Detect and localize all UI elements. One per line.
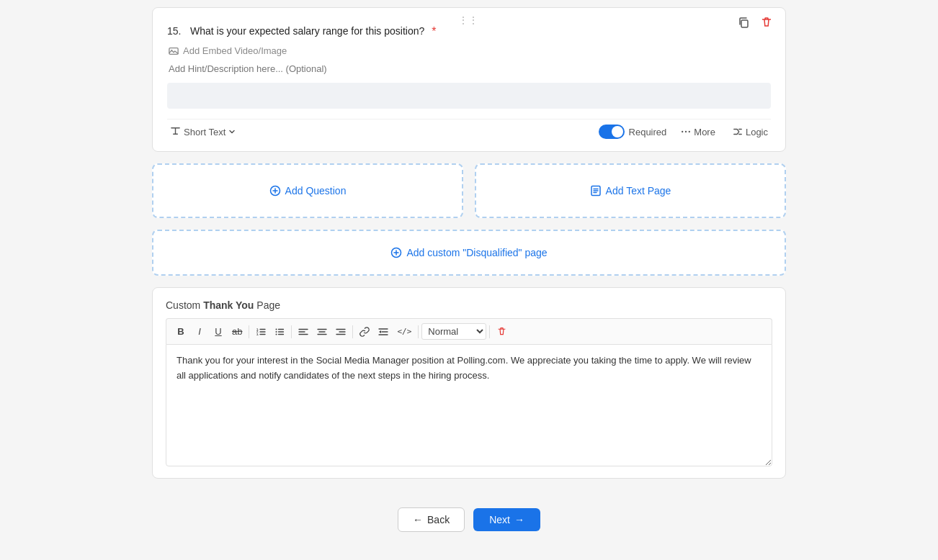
thank-you-title: Custom Thank You Page [166, 299, 772, 311]
toggle-wrapper: Required [599, 125, 667, 139]
thank-you-section: Custom Thank You Page B I U ab 1. 2. 3. [152, 287, 786, 479]
underline-button[interactable]: U [210, 324, 227, 339]
drag-handle[interactable]: ⋮⋮ [459, 15, 479, 25]
text-page-icon [590, 185, 602, 197]
add-text-page-card[interactable]: Add Text Page [475, 163, 786, 218]
next-button[interactable]: Next → [473, 508, 540, 531]
chevron-down-icon [228, 128, 236, 135]
required-star: * [432, 25, 436, 38]
embed-label[interactable]: Add Embed Video/Image [183, 45, 287, 56]
align-center-button[interactable] [313, 325, 331, 339]
question-number: 15. [167, 25, 186, 37]
svg-point-4 [685, 131, 687, 132]
add-row: Add Question Add Text Page [152, 163, 786, 218]
field-type-label: Short Text [184, 127, 225, 137]
svg-text:3.: 3. [256, 332, 259, 335]
toolbar-divider-3 [352, 325, 353, 338]
embed-icon [169, 46, 179, 56]
indent-button[interactable] [375, 325, 392, 339]
answer-input-bar [167, 83, 771, 109]
question-header: 15. What is your expected salary range f… [167, 25, 771, 38]
logic-icon [733, 127, 743, 137]
svg-rect-0 [741, 20, 748, 27]
link-button[interactable] [356, 325, 373, 339]
add-text-page-text: Add Text Page [606, 185, 671, 197]
bottom-nav: ← Back Next → [398, 507, 540, 532]
more-button[interactable]: More [678, 125, 718, 139]
thank-you-suffix: Page [254, 299, 280, 311]
disqualified-text: Add custom "Disqualified" page [406, 247, 547, 258]
field-type-selector[interactable]: Short Text [167, 124, 238, 140]
editor-body[interactable]: Thank you for your interest in the Socia… [166, 344, 772, 466]
disqualified-label: Add custom "Disqualified" page [390, 247, 547, 258]
trash-icon [761, 17, 772, 28]
align-right-icon [336, 327, 346, 337]
format-select[interactable]: Normal Heading 1 Heading 2 Heading 3 [421, 323, 486, 340]
main-content: ⋮⋮ 15. What is your expected salary rang… [152, 7, 786, 493]
toolbar-divider-1 [249, 325, 249, 338]
delete-button[interactable] [758, 15, 775, 30]
thank-you-prefix: Custom [166, 299, 203, 311]
ordered-list-icon: 1. 2. 3. [256, 327, 266, 337]
editor-delete-button[interactable] [493, 325, 510, 338]
toolbar-divider-5 [489, 325, 490, 338]
embed-row: Add Embed Video/Image [169, 45, 771, 56]
align-right-button[interactable] [332, 325, 349, 339]
back-arrow-icon: ← [413, 514, 423, 525]
unordered-list-icon [274, 327, 285, 337]
footer-right: Required More Logic [599, 125, 771, 139]
next-arrow-icon: → [514, 514, 524, 525]
disqualified-card[interactable]: Add custom "Disqualified" page [152, 230, 786, 276]
svg-point-3 [682, 131, 683, 132]
indent-icon [378, 327, 388, 337]
card-footer: Short Text Required More [167, 119, 771, 140]
svg-point-13 [276, 331, 277, 333]
editor-toolbar: B I U ab 1. 2. 3. [166, 318, 772, 344]
add-question-text: Add Question [285, 185, 347, 197]
trash-editor-icon [497, 327, 506, 336]
more-dots-icon [681, 127, 691, 137]
toggle-slider [599, 125, 625, 139]
logic-label: Logic [746, 127, 768, 137]
unordered-list-button[interactable] [271, 325, 288, 339]
italic-button[interactable]: I [191, 324, 208, 339]
disqualified-row: Add custom "Disqualified" page [152, 230, 786, 276]
add-text-page-label: Add Text Page [590, 185, 671, 197]
svg-point-12 [276, 328, 277, 330]
strikethrough-button[interactable]: ab [228, 324, 246, 339]
more-label: More [694, 127, 715, 137]
link-icon [359, 327, 370, 337]
question-card: ⋮⋮ 15. What is your expected salary rang… [152, 7, 786, 152]
align-left-button[interactable] [295, 325, 312, 339]
svg-point-14 [276, 333, 277, 335]
plus-circle-disqualified-icon [390, 247, 402, 258]
next-label: Next [489, 514, 510, 525]
add-question-card[interactable]: Add Question [152, 163, 463, 218]
bold-button[interactable]: B [172, 324, 189, 339]
copy-icon [738, 17, 749, 28]
back-label: Back [427, 514, 450, 525]
back-button[interactable]: ← Back [398, 507, 465, 532]
code-button[interactable]: </> [393, 325, 415, 338]
align-left-icon [298, 327, 308, 337]
toolbar-divider-2 [291, 325, 292, 338]
hint-input[interactable] [167, 63, 771, 74]
card-actions-top [735, 15, 775, 30]
add-question-label: Add Question [269, 185, 347, 197]
text-type-icon [170, 125, 181, 138]
toolbar-divider-4 [418, 325, 419, 338]
align-center-icon [317, 327, 327, 337]
logic-button[interactable]: Logic [730, 125, 771, 139]
plus-circle-icon [269, 185, 281, 197]
required-label: Required [629, 127, 667, 137]
svg-point-5 [689, 131, 690, 132]
thank-you-bold: Thank You [203, 299, 254, 311]
ordered-list-button[interactable]: 1. 2. 3. [252, 325, 269, 339]
copy-button[interactable] [735, 15, 752, 30]
required-toggle[interactable] [599, 125, 625, 139]
question-text: What is your expected salary range for t… [190, 25, 424, 37]
